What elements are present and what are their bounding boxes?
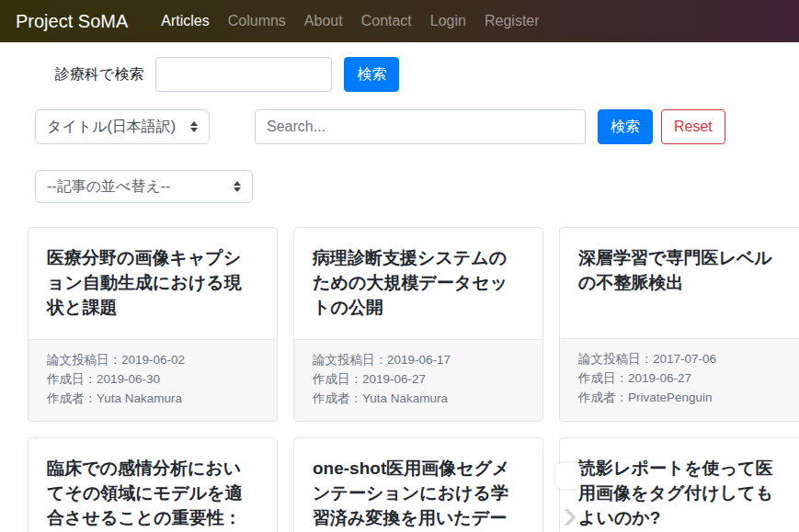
- article-card[interactable]: 深層学習で専門医レベルの不整脈検出 論文投稿日：2017-07-06 作成日：2…: [559, 227, 799, 422]
- department-search-button[interactable]: 検索: [344, 57, 399, 92]
- article-card[interactable]: 医療分野の画像キャプション自動生成における現状と課題 論文投稿日：2019-06…: [28, 227, 278, 422]
- nav-link-login[interactable]: Login: [421, 13, 475, 29]
- article-title: 病理診断支援システムのための大規模データセットの公開: [313, 246, 524, 321]
- article-search-form: タイトル(日本語訳) 検索 Reset: [35, 109, 799, 144]
- article-title: 医療分野の画像キャプション自動生成における現状と課題: [47, 246, 258, 321]
- article-title: 深層学習で専門医レベルの不整脈検出: [578, 246, 790, 296]
- keyword-search-input[interactable]: [255, 109, 586, 144]
- article-title: 臨床での感情分析においてその領域にモデルを適合させることの重要性：精神科EHRで…: [47, 457, 258, 532]
- nav-link-columns[interactable]: Columns: [219, 13, 295, 29]
- department-search-input[interactable]: [155, 57, 332, 92]
- keyword-search-button[interactable]: 検索: [598, 109, 653, 144]
- article-created-date: 作成日：2019-06-30: [47, 371, 258, 389]
- article-card[interactable]: 臨床での感情分析においてその領域にモデルを適合させることの重要性：精神科EHRで…: [28, 437, 278, 532]
- article-card-grid-row-2: 臨床での感情分析においてその領域にモデルを適合させることの重要性：精神科EHRで…: [0, 437, 799, 532]
- top-navbar: Project SoMA Articles Columns About Cont…: [0, 0, 799, 42]
- sort-row: --記事の並べ替え--: [35, 170, 799, 203]
- article-card-grid-row-1: 医療分野の画像キャプション自動生成における現状と課題 論文投稿日：2019-06…: [0, 227, 799, 422]
- search-field-selected-value: タイトル(日本語訳): [47, 118, 176, 137]
- card-footer: 論文投稿日：2019-06-17 作成日：2019-06-27 作成者：Yuta…: [294, 339, 542, 421]
- article-created-date: 作成日：2019-06-27: [313, 371, 524, 389]
- reset-button[interactable]: Reset: [661, 109, 725, 144]
- article-author: 作成者：Yuta Nakamura: [313, 391, 524, 408]
- article-submitted-date: 論文投稿日：2019-06-02: [47, 352, 258, 369]
- card-body: 臨床での感情分析においてその領域にモデルを適合させることの重要性：精神科EHRで…: [29, 438, 277, 532]
- article-author: 作成者：Yuta Nakamura: [47, 391, 258, 408]
- card-body: 病理診断支援システムのための大規模データセットの公開: [294, 228, 542, 339]
- article-submitted-date: 論文投稿日：2017-07-06: [578, 351, 790, 368]
- updown-caret-icon: [234, 181, 241, 192]
- card-body: one-shot医用画像セグメンテーションにおける学習済み変換を用いたデータオー…: [294, 438, 542, 532]
- article-card[interactable]: one-shot医用画像セグメンテーションにおける学習済み変換を用いたデータオー…: [293, 437, 543, 532]
- article-card[interactable]: 読影レポートを使って医用画像をタグ付けしてもよいのか?: [559, 437, 799, 532]
- card-body: 深層学習で専門医レベルの不整脈検出: [560, 228, 799, 338]
- sort-selected-value: --記事の並べ替え--: [47, 177, 170, 197]
- sort-articles-select[interactable]: --記事の並べ替え--: [35, 170, 253, 203]
- brand-logo[interactable]: Project SoMA: [16, 11, 128, 32]
- article-title: one-shot医用画像セグメンテーションにおける学習済み変換を用いたデータオー…: [313, 457, 524, 532]
- department-search-form: 診療科で検索 検索: [55, 57, 799, 92]
- nav-link-articles[interactable]: Articles: [152, 13, 218, 29]
- card-body: 読影レポートを使って医用画像をタグ付けしてもよいのか?: [560, 438, 799, 532]
- nav-link-contact[interactable]: Contact: [352, 13, 421, 29]
- nav-link-about[interactable]: About: [295, 13, 352, 29]
- article-card[interactable]: 病理診断支援システムのための大規模データセットの公開 論文投稿日：2019-06…: [293, 227, 543, 422]
- department-search-label: 診療科で検索: [55, 65, 143, 85]
- article-author: 作成者：PrivatePenguin: [578, 390, 790, 407]
- next-chevron-icon[interactable]: ›: [563, 492, 576, 532]
- search-field-select[interactable]: タイトル(日本語訳): [35, 109, 210, 144]
- article-title: 読影レポートを使って医用画像をタグ付けしてもよいのか?: [578, 457, 790, 531]
- updown-caret-icon: [190, 121, 198, 132]
- card-footer: 論文投稿日：2017-07-06 作成日：2019-06-27 作成者：Priv…: [560, 338, 799, 420]
- article-created-date: 作成日：2019-06-27: [578, 370, 790, 388]
- floating-button[interactable]: [555, 463, 581, 489]
- card-footer: 論文投稿日：2019-06-02 作成日：2019-06-30 作成者：Yuta…: [29, 339, 277, 421]
- card-body: 医療分野の画像キャプション自動生成における現状と課題: [29, 228, 277, 339]
- nav-links: Articles Columns About Contact Login Reg…: [152, 13, 548, 29]
- article-submitted-date: 論文投稿日：2019-06-17: [313, 352, 524, 369]
- nav-link-register[interactable]: Register: [475, 13, 549, 29]
